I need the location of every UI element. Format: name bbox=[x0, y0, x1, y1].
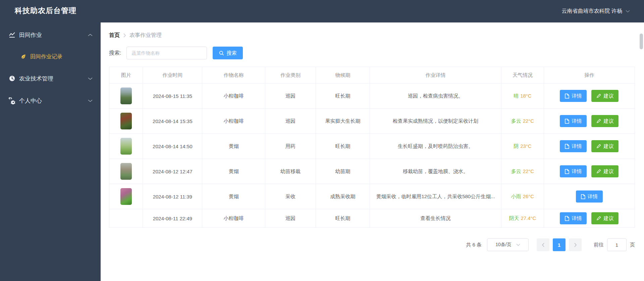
advice-button[interactable]: 建议 bbox=[591, 212, 619, 224]
cell-weather: 晴18°C bbox=[501, 83, 544, 109]
cell-category: 用药 bbox=[265, 134, 316, 159]
cell-weather: 小雨26°C bbox=[501, 184, 544, 209]
cell-weather: 多云22°C bbox=[501, 109, 544, 134]
advice-button[interactable]: 建议 bbox=[591, 165, 619, 177]
crop-photo[interactable] bbox=[120, 138, 132, 155]
cell-phenophase: 幼苗期 bbox=[316, 159, 370, 184]
sidebar-item-label: 田间作业 bbox=[19, 31, 42, 39]
cell-crop: 黄烟 bbox=[202, 134, 265, 159]
detail-button[interactable]: 详情 bbox=[560, 90, 587, 102]
sidebar: 科技助农后台管理 田间作业 田间作业记录 农业技术管理 bbox=[0, 0, 101, 281]
sidebar-item-personal-center[interactable]: 个人中心 bbox=[0, 90, 101, 112]
cell-time: 2024-08-14 15:35 bbox=[143, 109, 202, 134]
work-records-table: 图片 作业时间 作物名称 作业类别 物候期 作业详情 天气情况 操作 2024-… bbox=[109, 67, 635, 228]
pagination: 共 6 条 10条/页 1 前往 页 bbox=[109, 238, 635, 251]
pagination-total: 共 6 条 bbox=[466, 242, 482, 248]
sidebar-item-field-work-records[interactable]: 田间作业记录 bbox=[0, 46, 101, 67]
sidebar-menu: 田间作业 田间作业记录 农业技术管理 个人中心 bbox=[0, 24, 101, 112]
table-row: 2024-08-12 12:47 黄烟 幼苗移栽 幼苗期 移栽幼苗，覆盖地膜、浇… bbox=[109, 159, 635, 184]
search-label: 搜索: bbox=[109, 50, 121, 57]
col-header-actions: 操作 bbox=[544, 67, 635, 83]
crop-photo[interactable] bbox=[120, 113, 132, 129]
cell-actions: 详情 bbox=[544, 184, 635, 209]
cell-crop: 小粒咖啡 bbox=[202, 109, 265, 134]
col-header-crop: 作物名称 bbox=[202, 67, 265, 83]
chevron-right-icon bbox=[123, 33, 126, 38]
cell-actions: 详情 建议 bbox=[544, 159, 635, 184]
document-icon bbox=[565, 119, 569, 124]
cell-weather: 多云22°C bbox=[501, 159, 544, 184]
pencil-icon bbox=[596, 216, 601, 221]
cell-time: 2024-08-11 22:49 bbox=[143, 209, 202, 228]
crop-photo[interactable] bbox=[120, 163, 132, 180]
col-header-weather: 天气情况 bbox=[501, 67, 544, 83]
table-row: 2024-08-14 15:35 小粒咖啡 巡园 果实膨大生长期 检查果实成熟情… bbox=[109, 109, 635, 134]
cell-crop: 小粒咖啡 bbox=[202, 83, 265, 109]
line-chart-icon bbox=[8, 31, 16, 39]
sidebar-item-agri-tech[interactable]: 农业技术管理 bbox=[0, 67, 101, 90]
main-content: 首页 农事作业管理 搜索: 搜索 图片 作业时间 作物名称 作业类别 物候期 bbox=[101, 22, 644, 281]
advice-button[interactable]: 建议 bbox=[591, 90, 619, 102]
cell-category: 巡园 bbox=[265, 109, 316, 134]
cell-time: 2024-08-14 14:50 bbox=[143, 134, 202, 159]
cell-weather: 阴23°C bbox=[501, 134, 544, 159]
vertical-scrollbar-thumb[interactable] bbox=[640, 34, 643, 49]
breadcrumb-home[interactable]: 首页 bbox=[109, 32, 120, 39]
chevron-down-icon bbox=[88, 99, 93, 102]
user-menu[interactable]: 云南省曲靖市农科院 许杨 bbox=[562, 8, 630, 15]
cell-time: 2024-08-12 12:47 bbox=[143, 159, 202, 184]
crop-photo[interactable] bbox=[120, 188, 132, 205]
detail-button[interactable]: 详情 bbox=[560, 115, 587, 127]
weather-temp: 27.4°C bbox=[521, 215, 536, 221]
gears-icon bbox=[8, 97, 16, 104]
table-header-row: 图片 作业时间 作物名称 作业类别 物候期 作业详情 天气情况 操作 bbox=[109, 67, 635, 83]
leaf-icon bbox=[20, 53, 27, 60]
next-page-button[interactable] bbox=[569, 238, 582, 251]
cell-phenophase: 旺长期 bbox=[316, 209, 370, 228]
search-button-label: 搜索 bbox=[226, 50, 236, 56]
weather-condition: 阴 bbox=[514, 143, 519, 149]
cell-detail: 检查果实成熟情况，以便制定采收计划 bbox=[370, 109, 501, 134]
detail-button[interactable]: 详情 bbox=[560, 140, 587, 152]
table-row: 2024-08-12 11:39 黄烟 采收 成熟采收期 黄烟采收，临时雇用12… bbox=[109, 184, 635, 209]
col-header-phenophase: 物候期 bbox=[316, 67, 370, 83]
detail-button[interactable]: 详情 bbox=[560, 212, 587, 224]
pencil-icon bbox=[596, 169, 601, 174]
advice-button[interactable]: 建议 bbox=[591, 140, 619, 152]
prev-page-button[interactable] bbox=[537, 238, 549, 251]
weather-condition: 多云 bbox=[511, 168, 521, 174]
col-header-category: 作业类别 bbox=[265, 67, 316, 83]
document-icon bbox=[565, 216, 569, 221]
weather-condition: 阴天 bbox=[509, 215, 519, 221]
cell-actions: 详情 建议 bbox=[544, 109, 635, 134]
cell-category: 巡园 bbox=[265, 83, 316, 109]
advice-button[interactable]: 建议 bbox=[591, 115, 619, 127]
goto-page-input[interactable] bbox=[607, 238, 627, 251]
sidebar-item-label: 农业技术管理 bbox=[19, 75, 53, 82]
cell-category: 巡园 bbox=[265, 209, 316, 228]
top-header-bar: 云南省曲靖市农科院 许杨 bbox=[101, 0, 644, 22]
cell-weather: 阴天27.4°C bbox=[501, 209, 544, 228]
cell-phenophase: 成熟采收期 bbox=[316, 184, 370, 209]
cell-detail: 查看生长情况 bbox=[370, 209, 501, 228]
search-input[interactable] bbox=[126, 47, 207, 59]
col-header-detail: 作业详情 bbox=[370, 67, 501, 83]
page-size-select[interactable]: 10条/页 bbox=[487, 238, 529, 251]
detail-button[interactable]: 详情 bbox=[576, 190, 603, 203]
pencil-icon bbox=[596, 94, 601, 98]
goto-label: 前往 bbox=[594, 242, 604, 248]
document-icon bbox=[565, 94, 569, 99]
page-number-button[interactable]: 1 bbox=[553, 238, 566, 251]
col-header-photo: 图片 bbox=[109, 67, 143, 83]
search-button[interactable]: 搜索 bbox=[213, 47, 243, 59]
cell-phenophase: 旺长期 bbox=[316, 134, 370, 159]
cell-time: 2024-08-15 11:35 bbox=[143, 83, 202, 109]
weather-temp: 23°C bbox=[520, 143, 532, 149]
detail-button[interactable]: 详情 bbox=[560, 165, 587, 177]
document-icon bbox=[565, 169, 569, 174]
sidebar-item-field-work[interactable]: 田间作业 bbox=[0, 24, 101, 46]
crop-photo[interactable] bbox=[120, 88, 132, 104]
chevron-down-icon bbox=[516, 243, 520, 246]
chevron-down-icon bbox=[88, 77, 93, 80]
weather-temp: 26°C bbox=[523, 193, 534, 199]
